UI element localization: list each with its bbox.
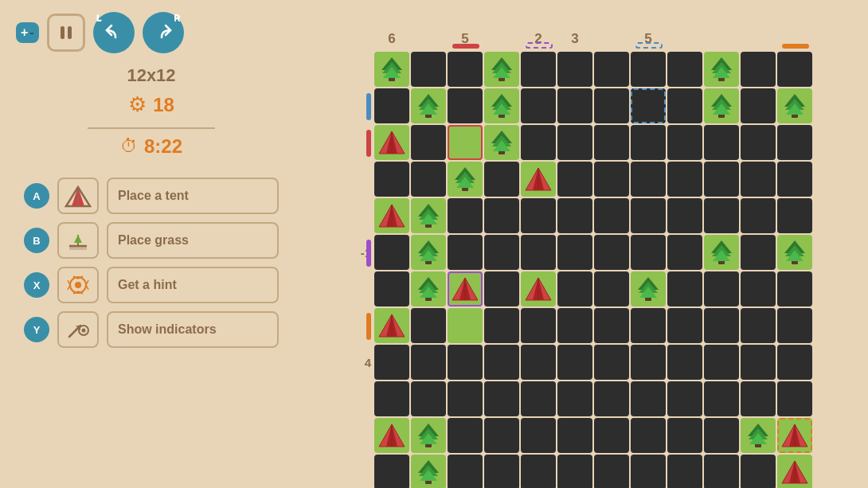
- cell-10-1[interactable]: [411, 418, 446, 453]
- cell-2-10[interactable]: [741, 125, 776, 160]
- cell-6-6[interactable]: [594, 271, 629, 306]
- cell-1-2[interactable]: [448, 88, 483, 123]
- cell-10-3[interactable]: [484, 418, 519, 453]
- cell-7-2[interactable]: [448, 308, 483, 343]
- cell-8-8[interactable]: [667, 345, 702, 380]
- cell-0-10[interactable]: [741, 52, 776, 87]
- cell-4-4[interactable]: [521, 198, 556, 233]
- cell-8-0[interactable]: [374, 345, 409, 380]
- cell-4-8[interactable]: [667, 198, 702, 233]
- cell-0-0[interactable]: [374, 52, 409, 87]
- x-button[interactable]: X: [24, 272, 49, 298]
- cell-2-0[interactable]: [374, 125, 409, 160]
- cell-6-8[interactable]: [667, 271, 702, 306]
- cell-11-11[interactable]: [777, 455, 812, 488]
- cell-9-10[interactable]: [741, 381, 776, 416]
- cell-8-7[interactable]: [631, 345, 666, 380]
- cell-1-7[interactable]: [631, 88, 666, 123]
- cell-11-1[interactable]: [411, 455, 446, 488]
- cell-7-6[interactable]: [594, 308, 629, 343]
- cell-10-9[interactable]: [704, 418, 739, 453]
- cell-10-6[interactable]: [594, 418, 629, 453]
- cell-2-7[interactable]: [631, 125, 666, 160]
- cell-1-3[interactable]: [484, 88, 519, 123]
- cell-3-7[interactable]: [631, 162, 666, 197]
- cell-9-7[interactable]: [631, 381, 666, 416]
- cell-10-0[interactable]: [374, 418, 409, 453]
- cell-8-6[interactable]: [594, 345, 629, 380]
- cell-11-8[interactable]: [667, 455, 702, 488]
- cell-7-4[interactable]: [521, 308, 556, 343]
- cell-5-4[interactable]: [521, 235, 556, 270]
- cell-6-11[interactable]: [777, 271, 812, 306]
- cell-3-2[interactable]: [448, 162, 483, 197]
- pause-button[interactable]: [47, 14, 85, 52]
- cell-6-0[interactable]: [374, 271, 409, 306]
- cell-8-10[interactable]: [741, 345, 776, 380]
- cell-6-7[interactable]: [631, 271, 666, 306]
- cell-6-2[interactable]: [448, 271, 483, 306]
- cell-4-9[interactable]: [704, 198, 739, 233]
- cell-0-4[interactable]: [521, 52, 556, 87]
- cell-5-5[interactable]: [557, 235, 592, 270]
- cell-6-10[interactable]: [741, 271, 776, 306]
- cell-2-5[interactable]: [557, 125, 592, 160]
- y-button[interactable]: Y: [24, 317, 49, 342]
- cell-4-10[interactable]: [741, 198, 776, 233]
- cell-1-9[interactable]: [704, 88, 739, 123]
- cell-1-5[interactable]: [557, 88, 592, 123]
- cell-10-2[interactable]: [448, 418, 483, 453]
- cell-5-1[interactable]: [411, 235, 446, 270]
- cell-3-3[interactable]: [484, 162, 519, 197]
- cell-1-6[interactable]: [594, 88, 629, 123]
- cell-3-0[interactable]: [374, 162, 409, 197]
- cell-2-8[interactable]: [667, 125, 702, 160]
- cell-4-6[interactable]: [594, 198, 629, 233]
- cell-2-4[interactable]: [521, 125, 556, 160]
- cell-0-5[interactable]: [557, 52, 592, 87]
- cell-0-8[interactable]: [667, 52, 702, 87]
- cell-9-6[interactable]: [594, 381, 629, 416]
- cell-7-1[interactable]: [411, 308, 446, 343]
- cell-3-6[interactable]: [594, 162, 629, 197]
- cell-0-1[interactable]: [411, 52, 446, 87]
- cell-10-5[interactable]: [557, 418, 592, 453]
- cell-4-3[interactable]: [484, 198, 519, 233]
- a-button[interactable]: A: [24, 183, 49, 209]
- cell-3-5[interactable]: [557, 162, 592, 197]
- cell-7-3[interactable]: [484, 308, 519, 343]
- cell-1-0[interactable]: [374, 88, 409, 123]
- cell-5-0[interactable]: [374, 235, 409, 270]
- cell-0-7[interactable]: [631, 52, 666, 87]
- cell-8-2[interactable]: [448, 345, 483, 380]
- cell-2-11[interactable]: [777, 125, 812, 160]
- cell-3-4[interactable]: [521, 162, 556, 197]
- cell-3-8[interactable]: [667, 162, 702, 197]
- cell-9-1[interactable]: [411, 381, 446, 416]
- cell-9-8[interactable]: [667, 381, 702, 416]
- cell-5-10[interactable]: [741, 235, 776, 270]
- cell-0-2[interactable]: [448, 52, 483, 87]
- cell-4-2[interactable]: [448, 198, 483, 233]
- cell-8-5[interactable]: [557, 345, 592, 380]
- cell-9-9[interactable]: [704, 381, 739, 416]
- cell-3-10[interactable]: [741, 162, 776, 197]
- cell-7-5[interactable]: [557, 308, 592, 343]
- cell-6-1[interactable]: [411, 271, 446, 306]
- cell-2-6[interactable]: [594, 125, 629, 160]
- cell-1-4[interactable]: [521, 88, 556, 123]
- cell-2-3[interactable]: [484, 125, 519, 160]
- cell-1-8[interactable]: [667, 88, 702, 123]
- plus-minus-btn[interactable]: + -: [16, 22, 39, 43]
- show-indicators-action[interactable]: Y Show indicators: [24, 311, 279, 348]
- cell-8-11[interactable]: [777, 345, 812, 380]
- cell-11-5[interactable]: [557, 455, 592, 488]
- cell-7-10[interactable]: [741, 308, 776, 343]
- cell-8-4[interactable]: [521, 345, 556, 380]
- cell-1-1[interactable]: [411, 88, 446, 123]
- cell-2-2[interactable]: [448, 125, 483, 160]
- get-hint-action[interactable]: X Get a hint: [24, 267, 279, 303]
- cell-11-9[interactable]: [704, 455, 739, 488]
- cell-9-2[interactable]: [448, 381, 483, 416]
- cell-9-4[interactable]: [521, 381, 556, 416]
